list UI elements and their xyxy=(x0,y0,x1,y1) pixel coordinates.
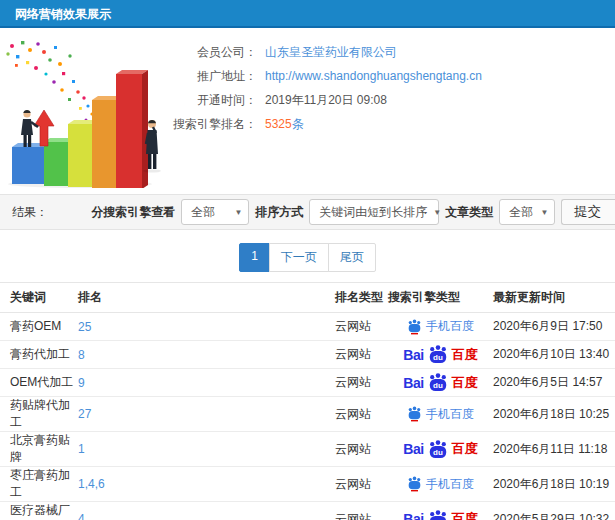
column-header: 关键词 xyxy=(0,283,78,313)
engine-filter-label: 分搜索引擎查看 xyxy=(91,204,175,221)
result-label: 结果： xyxy=(12,204,48,221)
keyword-cell: 膏药OEM xyxy=(0,313,78,341)
baidu-paw-icon: du xyxy=(428,510,448,520)
update-time-cell: 2020年6月5日 14:57 xyxy=(493,369,615,397)
baidu-logo-bai: Bai xyxy=(403,347,423,363)
mobile-baidu-label: 手机百度 xyxy=(426,406,474,423)
filter-controls: 分搜索引擎查看 全部 ▼ 排序方式 关键词由短到长排序 ▼ 文章类型 全部 ▼ … xyxy=(91,199,615,225)
rank-type-cell: 云网站 xyxy=(335,397,388,432)
engine-cell: Baidu百度 xyxy=(388,432,493,467)
baidu-logo-cn: 百度 xyxy=(452,374,478,392)
baidu-logo: Baidu百度 xyxy=(388,510,493,520)
engine-cell: 手机百度 xyxy=(388,313,493,341)
confetti-dots xyxy=(6,41,93,122)
article-type-selected: 全部 xyxy=(509,204,533,221)
baidu-logo-bai: Bai xyxy=(403,441,423,457)
baidu-paw-icon: du xyxy=(428,440,448,459)
article-type-select[interactable]: 全部 ▼ xyxy=(499,199,555,225)
chevron-down-icon: ▼ xyxy=(540,208,548,217)
rank-link[interactable]: 1,4,6 xyxy=(78,477,105,491)
rank-type-cell: 云网站 xyxy=(335,369,388,397)
rank-link[interactable]: 1 xyxy=(78,442,85,456)
rank-type-cell: 云网站 xyxy=(335,432,388,467)
growth-chart-image xyxy=(0,34,165,188)
rank-cell: 4 xyxy=(78,502,335,520)
engine-rank-unit[interactable]: 条 xyxy=(292,117,304,131)
promo-url-row: 推广地址： http://www.shandonghuangshengtang.… xyxy=(165,64,482,88)
promo-url-link[interactable]: http://www.shandonghuangshengtang.cn xyxy=(265,69,482,83)
table-row: 药贴牌代加工27云网站手机百度2020年6月18日 10:25 xyxy=(0,397,615,432)
chevron-down-icon: ▼ xyxy=(433,208,441,217)
table-row: OEM代加工9云网站Baidu百度2020年6月5日 14:57 xyxy=(0,369,615,397)
page-last[interactable]: 尾页 xyxy=(328,243,376,272)
mobile-baidu-paw-icon xyxy=(407,319,422,335)
promo-url-label: 推广地址： xyxy=(165,68,257,85)
mobile-baidu-logo: 手机百度 xyxy=(388,476,493,493)
rank-type-cell: 云网站 xyxy=(335,313,388,341)
rank-type-cell: 云网站 xyxy=(335,467,388,502)
submit-button[interactable]: 提交 xyxy=(561,199,615,225)
keyword-cell: 医疗器械厂家 xyxy=(0,502,78,520)
rank-link[interactable]: 8 xyxy=(78,348,85,362)
rank-cell: 8 xyxy=(78,341,335,369)
update-time-cell: 2020年6月9日 17:50 xyxy=(493,313,615,341)
svg-text:du: du xyxy=(433,447,443,456)
page-next[interactable]: 下一页 xyxy=(269,243,329,272)
bars xyxy=(12,70,148,188)
engine-filter-select[interactable]: 全部 ▼ xyxy=(181,199,249,225)
rank-link[interactable]: 9 xyxy=(78,376,85,390)
rank-cell: 25 xyxy=(78,313,335,341)
info-section: 会员公司： 山东皇圣堂药业有限公司 推广地址： http://www.shand… xyxy=(0,28,615,188)
mobile-baidu-label: 手机百度 xyxy=(426,476,474,493)
rank-link[interactable]: 25 xyxy=(78,320,91,334)
rank-link[interactable]: 27 xyxy=(78,407,91,421)
page-title-text: 网络营销效果展示 xyxy=(15,7,111,21)
rank-type-cell: 云网站 xyxy=(335,341,388,369)
table-row: 枣庄膏药加工1,4,6云网站手机百度2020年6月18日 10:19 xyxy=(0,467,615,502)
keyword-cell: 北京膏药贴牌 xyxy=(0,432,78,467)
engine-filter-selected: 全部 xyxy=(191,204,215,221)
engine-rank-count: 5325 xyxy=(265,117,292,131)
mobile-baidu-logo: 手机百度 xyxy=(388,318,493,335)
table-row: 膏药OEM25云网站手机百度2020年6月9日 17:50 xyxy=(0,313,615,341)
businessman-left xyxy=(21,110,38,147)
rank-cell: 1 xyxy=(78,432,335,467)
column-header: 排名 xyxy=(78,283,335,313)
mobile-baidu-label: 手机百度 xyxy=(426,318,474,335)
rank-link[interactable]: 4 xyxy=(78,512,85,520)
baidu-paw-icon: du xyxy=(428,345,448,364)
update-time-cell: 2020年6月18日 10:19 xyxy=(493,467,615,502)
baidu-logo: Baidu百度 xyxy=(388,345,493,364)
sort-selected: 关键词由短到长排序 xyxy=(319,204,427,221)
table-row: 膏药代加工8云网站Baidu百度2020年6月10日 13:40 xyxy=(0,341,615,369)
engine-cell: 手机百度 xyxy=(388,397,493,432)
keyword-cell: OEM代加工 xyxy=(0,369,78,397)
engine-cell: Baidu百度 xyxy=(388,369,493,397)
results-table: 关键词排名排名类型搜索引擎类型最新更新时间 膏药OEM25云网站手机百度2020… xyxy=(0,282,615,520)
baidu-paw-icon: du xyxy=(428,373,448,392)
engine-rank-row: 搜索引擎排名： 5325条 xyxy=(165,112,482,136)
table-row: 北京膏药贴牌1云网站Baidu百度2020年6月11日 11:18 xyxy=(0,432,615,467)
article-type-label: 文章类型 xyxy=(445,204,493,221)
column-header: 最新更新时间 xyxy=(493,283,615,313)
table-header-row: 关键词排名排名类型搜索引擎类型最新更新时间 xyxy=(0,283,615,313)
member-company-link[interactable]: 山东皇圣堂药业有限公司 xyxy=(265,44,397,61)
filter-bar: 结果： 分搜索引擎查看 全部 ▼ 排序方式 关键词由短到长排序 ▼ 文章类型 全… xyxy=(0,194,615,230)
column-header: 排名类型 xyxy=(335,283,388,313)
update-time-cell: 2020年5月29日 10:32 xyxy=(493,502,615,520)
pagination: 1 下一页 尾页 xyxy=(0,243,615,272)
mobile-baidu-logo: 手机百度 xyxy=(388,406,493,423)
open-time-value: 2019年11月20日 09:08 xyxy=(265,92,387,109)
svg-text:du: du xyxy=(433,381,443,390)
rank-cell: 1,4,6 xyxy=(78,467,335,502)
page-current[interactable]: 1 xyxy=(239,243,270,272)
engine-rank-value: 5325条 xyxy=(265,116,304,133)
baidu-logo: Baidu百度 xyxy=(388,373,493,392)
mobile-baidu-paw-icon xyxy=(407,476,422,492)
chevron-down-icon: ▼ xyxy=(234,208,242,217)
keyword-cell: 枣庄膏药加工 xyxy=(0,467,78,502)
sort-select[interactable]: 关键词由短到长排序 ▼ xyxy=(309,199,439,225)
table-row: 医疗器械厂家4云网站Baidu百度2020年5月29日 10:32 xyxy=(0,502,615,520)
baidu-logo-bai: Bai xyxy=(403,511,423,520)
info-fields: 会员公司： 山东皇圣堂药业有限公司 推广地址： http://www.shand… xyxy=(165,34,482,188)
